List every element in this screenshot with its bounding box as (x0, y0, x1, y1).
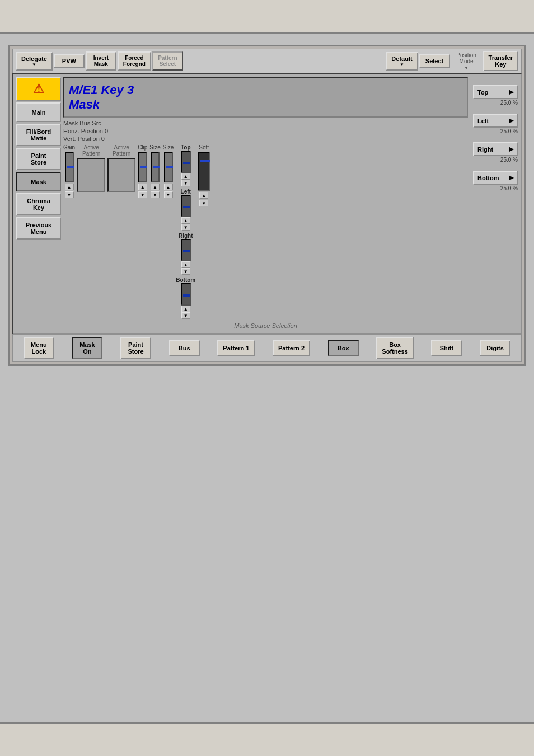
content-area: ⚠ Main Fill/BordMatte PaintStore Mask Ch… (12, 73, 522, 334)
size2-slider[interactable] (164, 152, 173, 182)
pattern2-button[interactable]: Pattern 2 (273, 340, 310, 356)
pattern-box-2[interactable] (107, 158, 135, 192)
right-slider-group: Right ▲ ▼ (176, 233, 195, 275)
mask-nav-button[interactable]: Mask (16, 172, 61, 191)
transfer-key-button[interactable]: TransferKey (483, 51, 518, 71)
bus-button[interactable]: Bus (169, 340, 200, 356)
position-sliders: Top ▲ ▼ Left (176, 144, 195, 319)
top-slider-group: Top ▲ ▼ (176, 144, 195, 186)
size1-slider[interactable] (151, 152, 160, 182)
vert-position: Vert. Position 0 (63, 135, 468, 142)
paint-store-nav-button[interactable]: PaintStore (16, 148, 61, 170)
active-pattern-label2: ActivePattern (107, 144, 135, 157)
soft-label: Soft (199, 144, 209, 151)
size2-slider-group: Size ▲ ▼ (163, 144, 174, 319)
pattern-area: ActivePattern (77, 144, 105, 319)
gain-slider[interactable] (65, 152, 74, 182)
bottom-label: Bottom (176, 277, 195, 283)
size1-down-arrow[interactable]: ▼ (151, 191, 160, 198)
box-button[interactable]: Box (328, 340, 359, 356)
pattern-select-button[interactable]: PatternSelect (152, 51, 183, 71)
clip-down-arrow[interactable]: ▼ (138, 191, 147, 198)
right-edge-button[interactable]: Right ▶ (473, 142, 518, 156)
default-button[interactable]: Default ▼ (386, 52, 418, 71)
left-edge-group: Left ▶ -25.0 % (470, 114, 518, 134)
box-softness-button[interactable]: BoxSoftness (376, 337, 413, 359)
right-up-arrow[interactable]: ▲ (181, 261, 190, 268)
soft-handle (200, 160, 210, 162)
top-down-arrow[interactable]: ▼ (181, 180, 190, 186)
top-edge-button[interactable]: Top ▶ (473, 85, 518, 99)
invert-mask-button[interactable]: InvertMask (86, 51, 116, 71)
clip-slider-group: Clip ▲ ▼ (138, 144, 147, 319)
soft-slider[interactable] (198, 152, 210, 191)
size2-up-arrow[interactable]: ▲ (164, 184, 173, 190)
gain-label: Gain (63, 144, 75, 151)
main-nav-button[interactable]: Main (16, 102, 61, 122)
soft-slider-group: Soft ▲ ▼ (198, 144, 210, 319)
select-button[interactable]: Select (419, 54, 450, 68)
top-value: 25.0 % (500, 100, 518, 106)
size1-up-arrow[interactable]: ▲ (151, 184, 160, 190)
top-handle (183, 162, 190, 164)
warning-button[interactable]: ⚠ (16, 77, 61, 101)
horiz-position: Horiz. Position 0 (63, 128, 468, 134)
pvw-button[interactable]: PVW (54, 54, 85, 68)
bottom-up-arrow[interactable]: ▲ (181, 306, 190, 312)
top-bar (0, 0, 534, 34)
pattern-box-1[interactable] (77, 158, 105, 192)
mask-on-button[interactable]: MaskOn (72, 337, 102, 359)
clip-up-arrow[interactable]: ▲ (138, 184, 147, 190)
active-pattern-label1: ActivePattern (77, 144, 105, 157)
shift-button[interactable]: Shift (431, 340, 462, 356)
pattern-area2: ActivePattern (107, 144, 135, 319)
size1-label: Size (149, 144, 160, 151)
clip-label: Clip (138, 144, 147, 151)
mask-bus-info: Mask Bus Src Horiz. Position 0 Vert. Pos… (63, 120, 468, 142)
left-edge-button[interactable]: Left ▶ (473, 114, 518, 128)
left-handle (183, 206, 190, 208)
soft-up-arrow[interactable]: ▲ (199, 192, 208, 199)
right-down-arrow[interactable]: ▼ (181, 268, 190, 275)
fillbord-matte-button[interactable]: Fill/BordMatte (16, 124, 61, 146)
title-area: M/E1 Key 3 Mask (63, 77, 468, 118)
top-edge-group: Top ▶ 25.0 % (470, 85, 518, 106)
bottom-bar (0, 722, 534, 756)
clip-handle (140, 166, 147, 168)
top-up-arrow[interactable]: ▲ (181, 173, 190, 180)
right-label: Right (179, 233, 193, 239)
left-up-arrow[interactable]: ▲ (181, 217, 190, 224)
menu-lock-button[interactable]: MenuLock (24, 337, 54, 359)
gain-handle (67, 166, 74, 168)
bottom-slider[interactable] (181, 283, 191, 306)
chroma-key-button[interactable]: ChromaKey (16, 193, 61, 215)
gain-up-arrow[interactable]: ▲ (65, 184, 74, 190)
size2-handle (166, 166, 173, 168)
soft-down-arrow[interactable]: ▼ (199, 200, 208, 206)
forced-foregnd-button[interactable]: ForcedForegnd (118, 51, 151, 71)
gain-down-arrow[interactable]: ▼ (65, 191, 74, 198)
top-slider[interactable] (181, 151, 191, 173)
pattern1-button[interactable]: Pattern 1 (217, 340, 255, 356)
bottom-down-arrow[interactable]: ▼ (181, 312, 190, 319)
position-mode-label: PositionMode▼ (451, 52, 482, 71)
size1-handle (153, 166, 160, 168)
delegate-button[interactable]: Delegate ▼ (16, 52, 53, 71)
clip-slider[interactable] (138, 152, 147, 182)
right-slider[interactable] (181, 239, 191, 261)
left-down-arrow[interactable]: ▼ (181, 224, 190, 231)
bottom-button-row: MenuLock MaskOn PaintStore Bus Pattern 1… (12, 334, 522, 362)
digits-button[interactable]: Digits (480, 340, 510, 356)
bottom-edge-button[interactable]: Bottom ▶ (473, 171, 518, 185)
bottom-handle (183, 294, 190, 297)
size2-down-arrow[interactable]: ▼ (164, 191, 173, 198)
left-slider[interactable] (181, 195, 191, 217)
gain-slider-group: Gain ▲ ▼ (63, 144, 75, 319)
main-panel: Delegate ▼ PVW InvertMask ForcedForegnd … (8, 45, 526, 366)
controls-grid: Gain ▲ ▼ ActivePattern ActivePattern (63, 144, 468, 319)
left-nav: ⚠ Main Fill/BordMatte PaintStore Mask Ch… (16, 77, 61, 330)
previous-menu-button[interactable]: PreviousMenu (16, 217, 61, 240)
left-value: -25.0 % (499, 128, 518, 134)
right-edge: Top ▶ 25.0 % Left ▶ -25.0 % Right (470, 77, 518, 330)
paint-store-button[interactable]: PaintStore (120, 337, 151, 359)
